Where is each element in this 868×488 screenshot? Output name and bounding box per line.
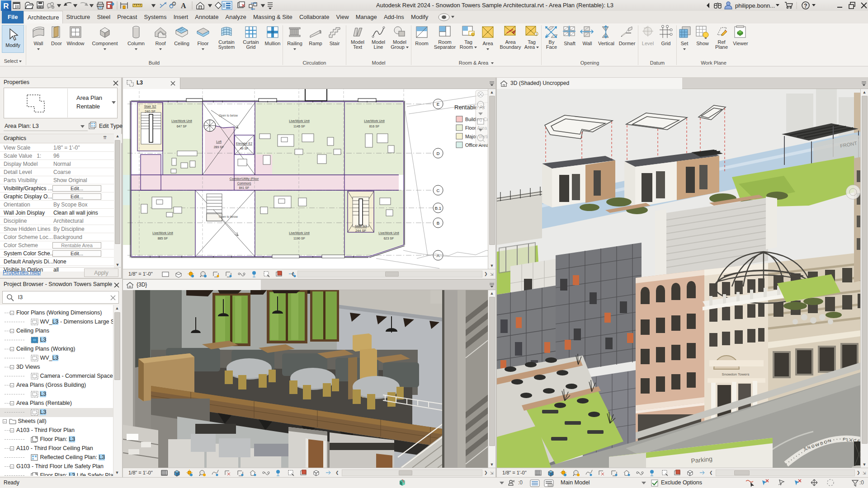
svg-text:Live/Work Unit: Live/Work Unit	[378, 231, 399, 235]
svg-text:A: A	[181, 2, 186, 9]
svg-text:816 SF: 816 SF	[369, 125, 380, 128]
svg-text:49 SF: 49 SF	[240, 147, 249, 150]
svg-text:289 SF: 289 SF	[214, 145, 224, 149]
svg-text:C: C	[437, 188, 440, 193]
svg-text:A: A	[437, 253, 440, 258]
svg-text:B.1: B.1	[435, 206, 441, 211]
svg-text:1: 1	[173, 2, 175, 5]
svg-text:1190 SF: 1190 SF	[293, 237, 305, 240]
svg-text:Corridor/Utility (Floor: Corridor/Utility (Floor	[230, 177, 259, 181]
svg-text:240 SF: 240 SF	[145, 109, 156, 113]
svg-text:647 SF: 647 SF	[177, 125, 187, 128]
svg-text:Live/Work Unit: Live/Work Unit	[152, 231, 173, 235]
svg-text:Snowdon Towers: Snowdon Towers	[722, 372, 750, 376]
svg-text:Stair S2: Stair S2	[144, 104, 156, 108]
svg-text:1145 SF: 1145 SF	[293, 125, 305, 128]
svg-text:R: R	[3, 2, 9, 10]
svg-text:Live/Work Unit: Live/Work Unit	[289, 119, 309, 122]
svg-text:D: D	[437, 151, 440, 156]
svg-text:Stair S3: Stair S3	[355, 224, 367, 228]
svg-text:Live/Work Unit: Live/Work Unit	[289, 231, 309, 235]
svg-text:Common): Common)	[237, 182, 251, 185]
svg-text:philippe.bonn...: philippe.bonn...	[735, 2, 775, 9]
svg-text:885 SF: 885 SF	[158, 237, 168, 240]
svg-text:Open to below: Open to below	[219, 114, 238, 117]
svg-text:B: B	[437, 221, 439, 225]
svg-text:Live/Work Unit: Live/Work Unit	[364, 119, 384, 122]
svg-text:623 SF: 623 SF	[384, 237, 394, 240]
svg-text:Elevator E2: Elevator E2	[236, 142, 252, 145]
svg-text:244 SF: 244 SF	[355, 229, 367, 233]
svg-text:?: ?	[804, 3, 807, 9]
svg-text:1: 1	[535, 33, 537, 36]
svg-text:Live/Work Unit: Live/Work Unit	[171, 119, 192, 122]
svg-text:Loft: Loft	[216, 140, 222, 143]
svg-text:841 SF: 841 SF	[239, 186, 250, 189]
